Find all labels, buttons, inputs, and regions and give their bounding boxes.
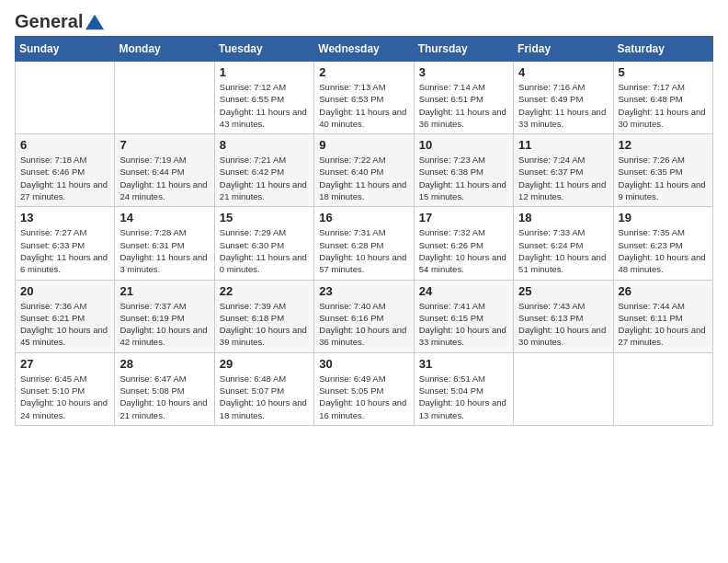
calendar-cell: 2Sunrise: 7:13 AMSunset: 6:53 PMDaylight… <box>314 62 414 134</box>
day-info: Sunrise: 7:29 AMSunset: 6:30 PMDaylight:… <box>220 226 309 275</box>
day-info: Sunrise: 7:31 AMSunset: 6:28 PMDaylight:… <box>319 226 408 275</box>
week-row-5: 27Sunrise: 6:45 AMSunset: 5:10 PMDayligh… <box>16 352 713 425</box>
calendar-cell: 15Sunrise: 7:29 AMSunset: 6:30 PMDayligh… <box>214 207 313 280</box>
svg-marker-2 <box>85 14 104 29</box>
calendar-cell: 17Sunrise: 7:32 AMSunset: 6:26 PMDayligh… <box>414 207 513 280</box>
calendar-cell: 8Sunrise: 7:21 AMSunset: 6:42 PMDaylight… <box>214 134 313 207</box>
calendar-cell: 29Sunrise: 6:48 AMSunset: 5:07 PMDayligh… <box>214 352 313 425</box>
day-info: Sunrise: 6:45 AMSunset: 5:10 PMDaylight:… <box>20 373 109 421</box>
day-number: 2 <box>319 65 408 79</box>
logo-triangle <box>85 12 105 32</box>
day-number: 23 <box>319 284 408 298</box>
calendar-cell: 13Sunrise: 7:27 AMSunset: 6:33 PMDayligh… <box>16 207 115 280</box>
calendar-cell: 5Sunrise: 7:17 AMSunset: 6:48 PMDaylight… <box>613 62 712 134</box>
calendar-cell: 20Sunrise: 7:36 AMSunset: 6:21 PMDayligh… <box>16 280 115 352</box>
calendar-cell <box>16 62 115 134</box>
logo-general-text: General <box>15 11 83 32</box>
day-number: 12 <box>619 138 708 152</box>
day-info: Sunrise: 7:36 AMSunset: 6:21 PMDaylight:… <box>20 300 109 349</box>
week-row-1: 1Sunrise: 7:12 AMSunset: 6:55 PMDaylight… <box>16 62 713 134</box>
day-info: Sunrise: 7:19 AMSunset: 6:44 PMDaylight:… <box>119 154 209 202</box>
day-number: 22 <box>220 284 309 298</box>
calendar-cell: 31Sunrise: 6:51 AMSunset: 5:04 PMDayligh… <box>414 352 513 425</box>
calendar-cell: 25Sunrise: 7:43 AMSunset: 6:13 PMDayligh… <box>514 280 613 352</box>
calendar-cell: 1Sunrise: 7:12 AMSunset: 6:55 PMDaylight… <box>214 62 313 134</box>
logo: General <box>15 18 107 29</box>
calendar-cell: 7Sunrise: 7:19 AMSunset: 6:44 PMDaylight… <box>115 134 214 207</box>
day-number: 16 <box>319 211 408 224</box>
calendar-cell: 10Sunrise: 7:23 AMSunset: 6:38 PMDayligh… <box>414 134 513 207</box>
calendar-cell: 14Sunrise: 7:28 AMSunset: 6:31 PMDayligh… <box>115 207 214 280</box>
calendar-cell: 23Sunrise: 7:40 AMSunset: 6:16 PMDayligh… <box>314 280 414 352</box>
calendar-cell <box>115 62 214 134</box>
day-info: Sunrise: 7:23 AMSunset: 6:38 PMDaylight:… <box>419 154 508 202</box>
day-info: Sunrise: 6:47 AMSunset: 5:08 PMDaylight:… <box>119 373 209 421</box>
calendar-cell: 28Sunrise: 6:47 AMSunset: 5:08 PMDayligh… <box>115 352 214 425</box>
day-info: Sunrise: 7:22 AMSunset: 6:40 PMDaylight:… <box>319 154 408 202</box>
weekday-header-tuesday: Tuesday <box>214 37 313 62</box>
day-info: Sunrise: 7:28 AMSunset: 6:31 PMDaylight:… <box>119 226 209 275</box>
day-number: 21 <box>119 284 209 298</box>
calendar-cell: 3Sunrise: 7:14 AMSunset: 6:51 PMDaylight… <box>414 62 513 134</box>
day-info: Sunrise: 7:44 AMSunset: 6:11 PMDaylight:… <box>619 300 708 349</box>
calendar-cell: 18Sunrise: 7:33 AMSunset: 6:24 PMDayligh… <box>514 207 613 280</box>
calendar-cell: 6Sunrise: 7:18 AMSunset: 6:46 PMDaylight… <box>16 134 115 207</box>
calendar-cell <box>613 352 712 425</box>
day-info: Sunrise: 7:32 AMSunset: 6:26 PMDaylight:… <box>419 226 508 275</box>
calendar-cell: 22Sunrise: 7:39 AMSunset: 6:18 PMDayligh… <box>214 280 313 352</box>
day-info: Sunrise: 7:27 AMSunset: 6:33 PMDaylight:… <box>20 226 109 275</box>
day-number: 19 <box>619 211 708 224</box>
day-number: 3 <box>419 65 508 79</box>
day-info: Sunrise: 7:14 AMSunset: 6:51 PMDaylight:… <box>419 81 508 130</box>
day-number: 9 <box>319 138 408 152</box>
day-number: 4 <box>518 65 608 79</box>
day-number: 27 <box>20 357 109 371</box>
day-number: 24 <box>419 284 508 298</box>
day-number: 6 <box>20 138 109 152</box>
day-info: Sunrise: 6:48 AMSunset: 5:07 PMDaylight:… <box>220 373 309 421</box>
day-number: 11 <box>518 138 608 152</box>
calendar-cell: 16Sunrise: 7:31 AMSunset: 6:28 PMDayligh… <box>314 207 414 280</box>
day-info: Sunrise: 7:12 AMSunset: 6:55 PMDaylight:… <box>220 81 309 130</box>
day-number: 20 <box>20 284 109 298</box>
day-info: Sunrise: 7:26 AMSunset: 6:35 PMDaylight:… <box>619 154 708 202</box>
weekday-header-thursday: Thursday <box>414 37 513 62</box>
day-number: 30 <box>319 357 408 371</box>
day-number: 7 <box>119 138 209 152</box>
day-number: 8 <box>220 138 309 152</box>
weekday-header-friday: Friday <box>514 37 613 62</box>
calendar-cell: 9Sunrise: 7:22 AMSunset: 6:40 PMDaylight… <box>314 134 414 207</box>
day-number: 18 <box>518 211 608 224</box>
calendar-cell: 4Sunrise: 7:16 AMSunset: 6:49 PMDaylight… <box>514 62 613 134</box>
day-info: Sunrise: 7:21 AMSunset: 6:42 PMDaylight:… <box>220 154 309 202</box>
day-number: 31 <box>419 357 508 371</box>
day-info: Sunrise: 7:40 AMSunset: 6:16 PMDaylight:… <box>319 300 408 349</box>
day-info: Sunrise: 7:24 AMSunset: 6:37 PMDaylight:… <box>518 154 608 202</box>
calendar-cell: 30Sunrise: 6:49 AMSunset: 5:05 PMDayligh… <box>314 352 414 425</box>
day-number: 17 <box>419 211 508 224</box>
day-number: 14 <box>119 211 209 224</box>
day-number: 5 <box>619 65 708 79</box>
weekday-header-row: SundayMondayTuesdayWednesdayThursdayFrid… <box>16 37 713 62</box>
day-info: Sunrise: 7:13 AMSunset: 6:53 PMDaylight:… <box>319 81 408 130</box>
weekday-header-saturday: Saturday <box>613 37 712 62</box>
calendar-cell: 26Sunrise: 7:44 AMSunset: 6:11 PMDayligh… <box>613 280 712 352</box>
day-number: 10 <box>419 138 508 152</box>
day-info: Sunrise: 7:35 AMSunset: 6:23 PMDaylight:… <box>619 226 708 275</box>
day-info: Sunrise: 7:43 AMSunset: 6:13 PMDaylight:… <box>518 300 608 349</box>
day-info: Sunrise: 7:33 AMSunset: 6:24 PMDaylight:… <box>518 226 608 275</box>
day-number: 26 <box>619 284 708 298</box>
day-number: 25 <box>518 284 608 298</box>
calendar-cell: 19Sunrise: 7:35 AMSunset: 6:23 PMDayligh… <box>613 207 712 280</box>
day-info: Sunrise: 6:51 AMSunset: 5:04 PMDaylight:… <box>419 373 508 421</box>
weekday-header-monday: Monday <box>115 37 214 62</box>
day-info: Sunrise: 7:17 AMSunset: 6:48 PMDaylight:… <box>619 81 708 130</box>
calendar-cell: 11Sunrise: 7:24 AMSunset: 6:37 PMDayligh… <box>514 134 613 207</box>
week-row-4: 20Sunrise: 7:36 AMSunset: 6:21 PMDayligh… <box>16 280 713 352</box>
calendar-cell: 24Sunrise: 7:41 AMSunset: 6:15 PMDayligh… <box>414 280 513 352</box>
calendar-cell: 27Sunrise: 6:45 AMSunset: 5:10 PMDayligh… <box>16 352 115 425</box>
weekday-header-sunday: Sunday <box>16 37 115 62</box>
calendar: SundayMondayTuesdayWednesdayThursdayFrid… <box>15 36 713 426</box>
page-header: General <box>15 15 713 29</box>
week-row-3: 13Sunrise: 7:27 AMSunset: 6:33 PMDayligh… <box>16 207 713 280</box>
